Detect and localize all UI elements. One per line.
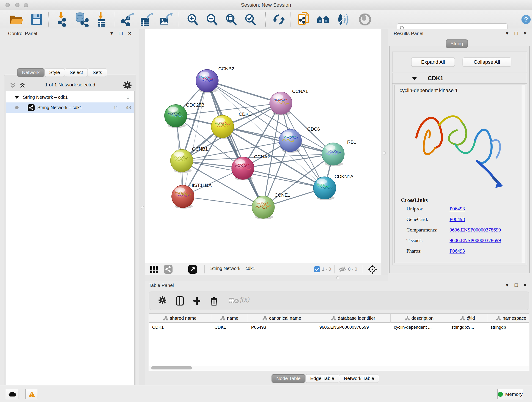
export-network-icon[interactable] [120, 13, 135, 26]
bottom-splitter-grip[interactable] [336, 276, 339, 279]
expand-all-button[interactable]: Expand All [411, 57, 455, 67]
edge[interactable] [183, 81, 207, 196]
memory-button[interactable]: Memory [497, 389, 523, 399]
import-network-file-icon[interactable] [56, 12, 69, 27]
table-plus-icon[interactable] [193, 296, 201, 306]
import-table-file-icon[interactable] [95, 12, 109, 27]
column-header-namespace[interactable]: namespace [487, 314, 529, 323]
network-row-selected[interactable]: String Network – cdk1 11 48 [6, 102, 134, 113]
tab-select[interactable]: Select [65, 68, 88, 77]
float-table-icon[interactable]: ❑ [514, 283, 518, 287]
import-network-database-icon[interactable] [74, 12, 89, 27]
help-button[interactable]: ? [521, 14, 531, 25]
tab-sets[interactable]: Sets [88, 68, 107, 77]
close-results-icon[interactable]: ✕ [523, 31, 527, 36]
clone-network-icon[interactable] [297, 12, 310, 27]
column-header-database-identifier[interactable]: database identifier [316, 314, 391, 323]
close-panel-icon[interactable]: ✕ [128, 31, 132, 36]
hide-glass-icon[interactable] [336, 13, 350, 26]
left-splitter-grip[interactable] [141, 206, 144, 209]
float-panel-icon[interactable]: ❑ [119, 31, 123, 36]
tab-edge-table[interactable]: Edge Table [305, 374, 339, 383]
network-node-CCNB2[interactable]: CCNB2 [196, 66, 234, 93]
tab-network-table[interactable]: Network Table [339, 374, 379, 383]
column-type-icon [331, 316, 336, 320]
table-cell[interactable]: 9606.ENSP00000378699 [316, 323, 391, 332]
table-hscrollbar-thumb[interactable] [151, 366, 192, 370]
table-columns-icon[interactable] [176, 296, 184, 306]
edge[interactable] [207, 81, 263, 207]
right-splitter[interactable] [381, 29, 388, 281]
table-cell[interactable]: stringdb:9... [448, 323, 487, 332]
gray-eye-icon[interactable] [359, 13, 371, 26]
network-canvas[interactable]: CCNB2 CCNA1 CDC25B CDK1 CDC6 [145, 29, 381, 263]
network-collection-row[interactable]: String Network – cdk1 1 [6, 92, 134, 102]
right-splitter-grip[interactable] [383, 152, 386, 154]
network-options-gear-icon[interactable] [123, 81, 132, 89]
refresh-icon[interactable] [272, 13, 285, 26]
open-session-icon[interactable] [9, 13, 24, 26]
collapse-results-icon[interactable]: ▼ [505, 31, 509, 36]
cloud-button[interactable] [6, 389, 19, 399]
tab-node-table[interactable]: Node Table [272, 374, 305, 383]
results-scrollbar[interactable] [522, 85, 525, 263]
zoom-fit-icon[interactable] [225, 13, 238, 26]
table-hscrollbar[interactable] [149, 366, 529, 370]
export-image-icon[interactable] [159, 13, 174, 26]
column-header-canonical-name[interactable]: canonical name [248, 314, 316, 323]
tab-network[interactable]: Network [17, 68, 44, 77]
fit-selected-crosshair-icon[interactable] [368, 265, 377, 274]
node-table[interactable]: shared name name canonical name database… [149, 313, 529, 371]
crosslink-link[interactable]: 9606.ENSP00000378699 [450, 227, 501, 233]
column-type-icon [405, 316, 410, 320]
function-builder-icon[interactable]: f(x) [240, 295, 250, 303]
table-trash-icon[interactable] [210, 296, 218, 306]
float-results-icon[interactable]: ❑ [514, 31, 518, 36]
crosslink-link[interactable]: P06493 [450, 248, 465, 254]
entry-gene-name: CDK1 [428, 75, 443, 82]
column-header-shared-name[interactable]: shared name [149, 314, 211, 323]
string-home-icon[interactable] [316, 13, 331, 26]
save-session-icon[interactable] [31, 13, 43, 26]
network-tree: String Network – cdk1 1 String Network –… [6, 91, 134, 402]
results-panel-title: Results Panel [394, 31, 423, 36]
edge[interactable] [207, 81, 281, 103]
network-node-RB1[interactable]: RB1 [322, 139, 356, 166]
zoom-selected-icon[interactable] [244, 13, 257, 26]
birdseye-view-icon[interactable] [188, 265, 197, 274]
table-cell[interactable]: CDK1 [149, 323, 211, 332]
network-node-HIST1H1A[interactable]: HIST1H1A [172, 182, 212, 209]
table-cell[interactable]: cyclin-dependent ... [391, 323, 448, 332]
table-delete-icon[interactable] [229, 296, 239, 304]
collapse-table-icon[interactable]: ▼ [505, 283, 509, 287]
warnings-button[interactable] [25, 389, 38, 399]
selected-checkbox-icon[interactable] [314, 266, 320, 272]
collapse-panel-icon[interactable]: ▼ [109, 31, 114, 36]
collapse-all-button[interactable]: Collapse All [462, 57, 511, 67]
close-table-icon[interactable]: ✕ [523, 283, 527, 287]
hidden-eye-icon[interactable] [338, 266, 346, 273]
export-table-icon[interactable] [140, 13, 154, 26]
column-header--id[interactable]: @id [448, 314, 487, 323]
crosslink-link[interactable]: P06493 [450, 216, 465, 222]
crosslink-link[interactable]: P06493 [450, 206, 465, 212]
edge[interactable] [183, 196, 263, 207]
zoom-out-icon[interactable] [206, 13, 218, 26]
column-header-name[interactable]: name [211, 314, 248, 323]
zoom-in-icon[interactable] [186, 13, 199, 26]
column-header-description[interactable]: description [391, 314, 448, 323]
tab-style[interactable]: Style [44, 68, 65, 77]
table-cell[interactable]: stringdb [487, 323, 529, 332]
hidden-count-label: 0 - 0 [348, 267, 357, 272]
table-cell[interactable]: P06493 [248, 323, 316, 332]
entry-expander-icon[interactable] [412, 76, 417, 80]
table-cell[interactable]: CDK1 [211, 323, 248, 332]
collection-expander-icon[interactable] [14, 95, 19, 99]
crosslink-link[interactable]: 9606.ENSP00000378699 [450, 237, 501, 243]
grid-view-icon[interactable] [150, 265, 158, 273]
network-node-CCNA1[interactable]: CCNA1 [270, 89, 308, 115]
protein-structure-image [408, 99, 511, 195]
network-share-view-icon[interactable] [164, 265, 172, 274]
table-gear-icon[interactable] [158, 296, 166, 304]
tab-string[interactable]: String [446, 39, 468, 48]
